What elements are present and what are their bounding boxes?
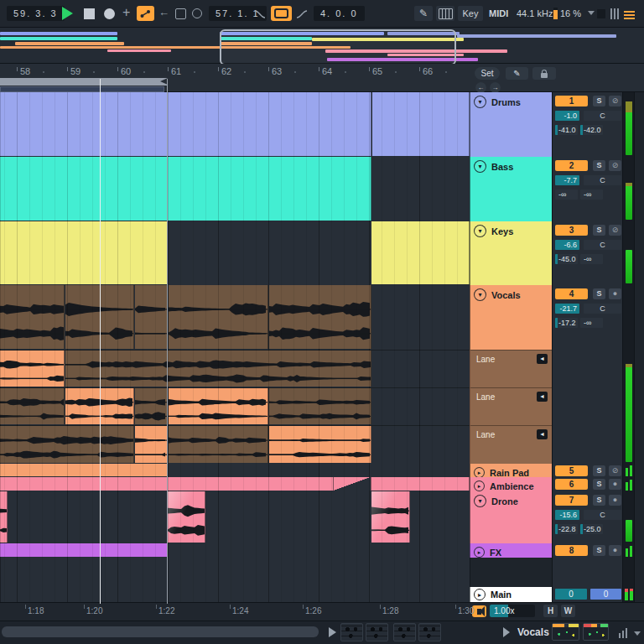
solo-button[interactable]: S bbox=[593, 288, 605, 299]
clip[interactable] bbox=[169, 426, 268, 463]
mixer-sections-button[interactable] bbox=[610, 8, 619, 19]
loop-length-display[interactable]: 4. 0. 0 bbox=[314, 6, 365, 21]
arm-button[interactable]: ⊘ bbox=[609, 160, 621, 171]
send-a-value[interactable]: -∞ bbox=[555, 190, 578, 200]
automation-thumb-4[interactable] bbox=[418, 623, 441, 641]
clip[interactable] bbox=[0, 157, 371, 221]
clip[interactable] bbox=[0, 285, 65, 349]
send-a-value[interactable]: -41.0 bbox=[555, 125, 578, 135]
overview-view-selector[interactable] bbox=[220, 29, 456, 65]
track-header[interactable]: ▾VocalsLane◄Lane◄Lane◄ bbox=[470, 285, 552, 464]
automation-thumb-3[interactable] bbox=[393, 623, 416, 641]
computer-midi-keyboard-button[interactable] bbox=[436, 6, 454, 21]
pan-value[interactable]: C bbox=[584, 240, 621, 250]
arm-button[interactable]: ⊘ bbox=[609, 96, 621, 106]
clip[interactable] bbox=[0, 221, 168, 284]
arm-button[interactable]: ● bbox=[609, 495, 621, 506]
clip[interactable] bbox=[169, 285, 268, 349]
clip[interactable] bbox=[135, 285, 168, 349]
clip[interactable] bbox=[65, 351, 371, 387]
stop-button[interactable] bbox=[84, 8, 95, 19]
fold-icon[interactable]: ▾ bbox=[474, 160, 486, 173]
volume-value[interactable]: -21.7 bbox=[555, 304, 579, 314]
width-zoom-button[interactable]: W bbox=[561, 605, 575, 617]
send-a-value[interactable]: -17.2 bbox=[555, 318, 578, 328]
fold-icon[interactable]: ▸ bbox=[474, 589, 486, 600]
arrangement-position-display[interactable]: 59. 3. 3 bbox=[7, 6, 65, 21]
solo-button[interactable]: S bbox=[593, 495, 605, 506]
set-locator-button[interactable]: Set bbox=[475, 67, 500, 80]
pan-value[interactable]: C bbox=[584, 304, 621, 314]
clip[interactable] bbox=[0, 426, 134, 463]
solo-button[interactable]: S bbox=[593, 465, 605, 476]
fold-icon[interactable]: ▾ bbox=[474, 288, 486, 301]
pan-value[interactable]: C bbox=[584, 111, 621, 121]
track-lane[interactable] bbox=[0, 221, 470, 285]
chevron-down-icon[interactable] bbox=[634, 631, 641, 636]
speaker-icon[interactable]: ◄ bbox=[537, 392, 548, 402]
clip[interactable] bbox=[0, 464, 168, 476]
punch-out-button[interactable] bbox=[192, 8, 202, 18]
midi-map-mode-button[interactable]: MIDI bbox=[489, 8, 508, 18]
solo-button[interactable]: S bbox=[593, 96, 605, 106]
clip[interactable] bbox=[0, 543, 168, 557]
clip[interactable] bbox=[0, 351, 65, 387]
send-b-value[interactable]: -∞ bbox=[580, 254, 603, 264]
preview-audition-button[interactable] bbox=[472, 605, 486, 617]
main-track-lane[interactable] bbox=[0, 587, 470, 602]
automation-thumb-1[interactable] bbox=[340, 623, 363, 641]
send-b-value[interactable]: -∞ bbox=[580, 318, 603, 328]
send-a-value[interactable]: -22.8 bbox=[555, 524, 578, 534]
fold-icon[interactable]: ▾ bbox=[474, 225, 486, 237]
clip[interactable] bbox=[372, 92, 470, 156]
clip[interactable] bbox=[371, 221, 470, 284]
take-lane[interactable] bbox=[0, 425, 470, 464]
punch-out-switch[interactable] bbox=[296, 10, 308, 18]
take-lane[interactable] bbox=[0, 387, 470, 425]
track-header[interactable]: ▾Keys bbox=[470, 221, 552, 285]
play-button[interactable] bbox=[62, 7, 73, 20]
track-lane[interactable] bbox=[0, 477, 470, 491]
beat-time-ruler[interactable]: Set ✎ ← → 585960616263646566 bbox=[0, 64, 644, 92]
arm-button[interactable]: ● bbox=[609, 479, 621, 490]
cpu-dropdown-caret[interactable] bbox=[563, 11, 595, 15]
main-volume-value[interactable]: 0 bbox=[555, 589, 587, 600]
punch-region-button[interactable] bbox=[175, 8, 186, 19]
volume-value[interactable]: -1.0 bbox=[555, 111, 579, 121]
speaker-icon[interactable]: ◄ bbox=[537, 354, 548, 364]
solo-button[interactable]: S bbox=[593, 479, 605, 490]
height-zoom-button[interactable]: H bbox=[543, 605, 558, 617]
track-number-button[interactable]: 1 bbox=[555, 96, 588, 106]
clip[interactable] bbox=[168, 491, 205, 543]
track-header[interactable]: ▸Rain Pad bbox=[470, 464, 552, 477]
clip[interactable] bbox=[0, 491, 8, 543]
automation-mode-button[interactable] bbox=[137, 6, 154, 21]
track-lane[interactable] bbox=[0, 543, 470, 558]
volume-value[interactable]: -7.7 bbox=[555, 175, 579, 185]
arm-button[interactable]: ● bbox=[609, 545, 621, 556]
send-a-value[interactable]: -45.0 bbox=[555, 254, 578, 264]
track-header[interactable]: ▸FX bbox=[470, 543, 552, 558]
arm-button[interactable]: ⊘ bbox=[609, 465, 621, 476]
device-thumbnail-1[interactable] bbox=[552, 623, 579, 641]
fold-icon[interactable]: ▾ bbox=[474, 96, 486, 108]
pan-value[interactable]: C bbox=[584, 175, 621, 185]
lane-header[interactable]: Lane◄ bbox=[470, 350, 552, 387]
volume-value[interactable]: -15.6 bbox=[555, 510, 579, 520]
track-lane[interactable] bbox=[0, 491, 470, 543]
track-number-button[interactable]: 8 bbox=[555, 545, 588, 556]
track-header[interactable]: ▾Drums bbox=[470, 92, 552, 157]
fold-icon[interactable]: ▸ bbox=[474, 467, 485, 477]
clip[interactable] bbox=[371, 477, 470, 491]
draw-automation-button[interactable]: ✎ bbox=[506, 67, 528, 80]
time-selection-strip[interactable] bbox=[0, 86, 164, 92]
track-lane[interactable] bbox=[0, 285, 470, 350]
track-number-button[interactable]: 3 bbox=[555, 225, 588, 236]
take-lane[interactable] bbox=[0, 350, 470, 387]
track-lane[interactable] bbox=[0, 464, 470, 477]
send-b-value[interactable]: -42.0 bbox=[580, 125, 603, 135]
key-map-mode-button[interactable]: Key bbox=[458, 6, 483, 21]
back-to-arrangement-button[interactable]: ← bbox=[158, 6, 169, 18]
clip[interactable] bbox=[135, 388, 168, 424]
track-header[interactable]: ▾Bass bbox=[470, 157, 552, 221]
